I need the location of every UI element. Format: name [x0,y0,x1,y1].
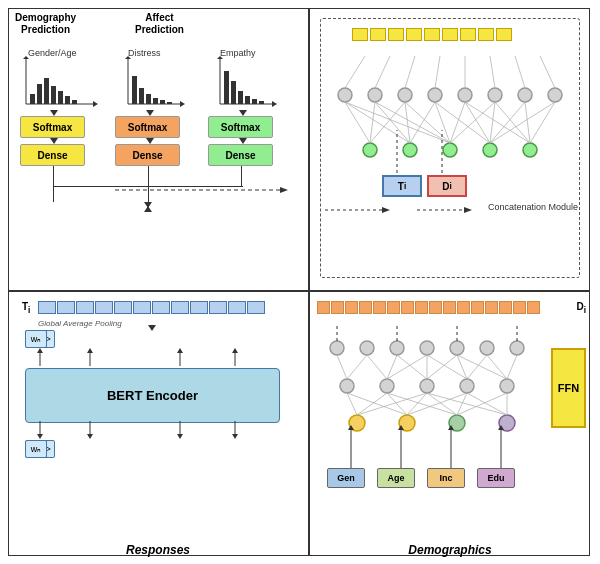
softmax-empathy: Softmax [208,116,273,138]
svg-marker-97 [232,434,238,439]
svg-line-126 [467,393,507,415]
svg-marker-81 [464,207,472,213]
svg-line-75 [540,56,555,88]
svg-rect-19 [160,100,165,104]
svg-marker-151 [448,425,454,430]
demo-arrows-svg [317,423,557,473]
svg-marker-2 [93,101,98,107]
svg-point-111 [420,379,434,393]
svg-marker-13 [180,101,185,107]
svg-marker-83 [37,348,43,353]
svg-marker-147 [348,425,354,430]
softmax-demography: Softmax [20,116,85,138]
bottom-right-section: Di FFN [312,293,588,561]
svg-marker-153 [498,425,504,430]
svg-marker-149 [398,425,404,430]
svg-rect-27 [238,91,243,104]
svg-rect-17 [146,94,151,104]
svg-rect-30 [259,101,264,104]
svg-point-40 [548,88,562,102]
svg-point-99 [360,341,374,355]
svg-line-128 [337,355,347,379]
bottom-left-section: Ti Global Average Pooling <cls> w₁ .....… [10,293,306,561]
svg-rect-25 [224,71,229,104]
svg-point-101 [420,341,434,355]
svg-rect-15 [132,76,137,104]
svg-line-138 [467,355,487,379]
svg-marker-91 [37,434,43,439]
svg-line-68 [345,56,365,88]
svg-line-131 [387,355,397,379]
svg-line-71 [435,56,440,88]
svg-point-33 [338,88,352,102]
svg-line-122 [427,393,457,415]
svg-point-104 [510,341,524,355]
ti-bar-bottom [38,301,265,314]
vertical-divider [308,8,310,556]
svg-marker-24 [217,56,223,59]
distress-chart [120,56,185,111]
svg-line-136 [427,355,467,379]
demography-label: DemographyPrediction [15,12,76,36]
svg-point-100 [390,341,404,355]
svg-point-34 [368,88,382,102]
svg-point-98 [330,341,344,355]
dense-distress: Dense [115,144,180,166]
svg-rect-29 [252,99,257,104]
ti-label-bottom: Ti [22,301,30,315]
svg-marker-85 [87,348,93,353]
input-token-row: <cls> w₁ ...... wₙ [25,443,48,454]
bert-encoder-box: BERT Encoder [25,368,280,423]
dense-demography: Dense [20,144,85,166]
svg-rect-8 [58,91,63,104]
main-diagram: DemographyPrediction AffectPrediction Ge… [0,0,600,564]
svg-line-74 [515,56,525,88]
demographics-label: Demographics [408,543,491,557]
svg-point-37 [458,88,472,102]
svg-line-125 [427,393,507,415]
empathy-chart [212,56,277,111]
svg-point-110 [380,379,394,393]
svg-point-39 [518,88,532,102]
svg-rect-4 [30,94,35,104]
top-right-section: Concatenation Module [312,10,588,288]
svg-marker-95 [177,434,183,439]
dense-empathy: Dense [208,144,273,166]
svg-rect-18 [153,98,158,104]
horizontal-divider [8,290,590,292]
svg-line-139 [457,355,507,379]
svg-point-35 [398,88,412,102]
demography-chart [18,56,98,111]
svg-marker-79 [382,207,390,213]
svg-point-36 [428,88,442,102]
svg-line-140 [487,355,507,379]
svg-rect-26 [231,81,236,104]
svg-marker-89 [232,348,238,353]
svg-point-113 [500,379,514,393]
svg-rect-28 [245,96,250,104]
svg-rect-7 [51,86,56,104]
svg-line-133 [397,355,427,379]
svg-line-141 [507,355,517,379]
svg-line-69 [375,56,390,88]
svg-line-73 [490,56,495,88]
svg-line-70 [405,56,415,88]
bert-down-arrows-svg [25,421,295,441]
svg-marker-14 [125,56,131,59]
svg-point-38 [488,88,502,102]
bottom-right-arrows-svg [412,205,600,235]
svg-rect-16 [139,88,144,104]
svg-rect-6 [44,78,49,104]
arrow-up-from-bottom [144,206,152,212]
svg-marker-32 [280,187,288,193]
di-concat-box: Di [427,175,467,197]
svg-line-130 [367,355,387,379]
svg-rect-5 [37,84,42,104]
di-bar-top [317,301,540,314]
svg-point-103 [480,341,494,355]
svg-marker-93 [87,434,93,439]
dotted-up-svg [342,125,542,175]
token-arrows-svg [25,348,295,368]
arrow-gap-down [148,325,156,331]
svg-point-109 [340,379,354,393]
